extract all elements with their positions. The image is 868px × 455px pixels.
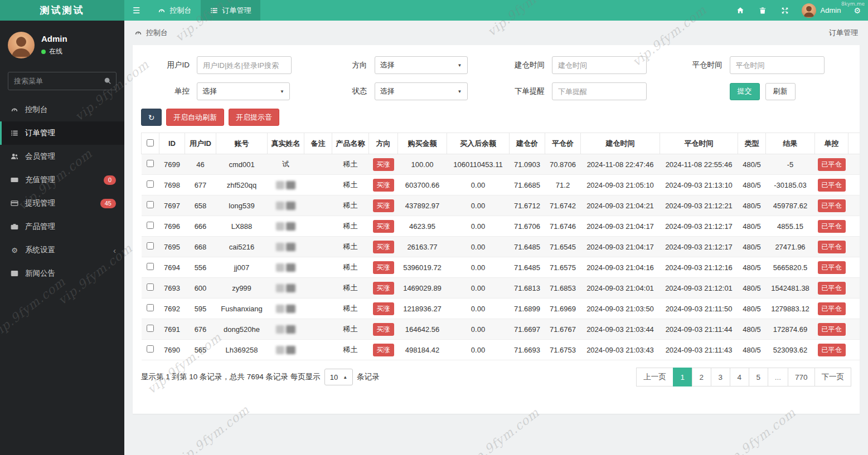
- cell-id: 7698: [159, 175, 185, 195]
- order-remind-input[interactable]: [552, 82, 647, 100]
- cell-action: ⊙关: [848, 278, 860, 299]
- topnav-console[interactable]: 控制台: [148, 0, 201, 21]
- cell-product: 稀土: [332, 195, 369, 216]
- withdraw-badge: 45: [100, 199, 116, 208]
- fullscreen-button[interactable]: [774, 0, 796, 21]
- cell-control: 已平仓: [815, 216, 848, 237]
- cell-open-price: 71.6813: [510, 278, 545, 299]
- sidebar-item-products[interactable]: 产品管理: [0, 215, 124, 238]
- sidebar-item-orders[interactable]: 订单管理: [0, 121, 124, 145]
- cell-direction: 买涨: [369, 319, 398, 340]
- sidebar-item-withdraw[interactable]: 提现管理 45: [0, 192, 124, 215]
- next-page-button[interactable]: 下一页: [814, 368, 852, 386]
- row-checkbox[interactable]: [147, 283, 154, 291]
- sidebar-item-members[interactable]: 会员管理: [0, 145, 124, 168]
- topbar: 测试测试 ☰ 控制台 订单管理 Admin ⚙: [0, 0, 868, 21]
- sidebar-item-console[interactable]: 控制台: [0, 98, 124, 121]
- row-checkbox[interactable]: [147, 304, 154, 311]
- page-size-select[interactable]: 10 ▲: [324, 369, 353, 385]
- cell-close-time: 2024-09-03 21:12:17: [660, 237, 738, 257]
- page-button[interactable]: 5: [749, 368, 768, 386]
- table-row: 7696666LX888稀土买涨4623.950.0071.670671.674…: [142, 216, 860, 237]
- avatar: [802, 3, 816, 18]
- row-checkbox[interactable]: [147, 160, 154, 167]
- breadcrumb: 控制台 订单管理: [133, 21, 860, 45]
- closed-badge: 已平仓: [818, 158, 846, 171]
- censored-name: [286, 284, 295, 292]
- page-button[interactable]: 1: [673, 368, 692, 386]
- row-select-cell: [142, 237, 159, 257]
- row-checkbox[interactable]: [147, 345, 154, 353]
- column-header: 平仓时间: [660, 133, 738, 154]
- row-checkbox[interactable]: [147, 263, 154, 270]
- topnav-orders[interactable]: 订单管理: [201, 0, 260, 21]
- table-row: 7697658long539稀土买涨437892.970.0071.671271…: [142, 195, 860, 216]
- gears-icon: ⚙: [854, 6, 861, 15]
- refresh-button[interactable]: 刷新: [765, 83, 796, 100]
- cell-open-price: 71.6485: [510, 257, 545, 278]
- direction-badge: 买涨: [373, 323, 394, 336]
- list-icon: [10, 129, 19, 137]
- home-button[interactable]: [729, 0, 751, 21]
- auto-refresh-button[interactable]: 开启自动刷新: [166, 109, 224, 126]
- submit-button[interactable]: 提交: [730, 83, 760, 100]
- sound-alert-button[interactable]: 开启提示音: [229, 109, 279, 126]
- cell-amount: 498184.42: [398, 340, 447, 360]
- cell-account: Lh369258: [216, 340, 268, 360]
- table-header-row: ID用户ID账号真实姓名备注产品名称方向购买金额买入后余额建仓价平仓价建仓时间平…: [142, 133, 860, 154]
- cell-action: ⊙关: [848, 237, 860, 257]
- open-time-input[interactable]: [552, 56, 647, 74]
- cell-id: 7697: [159, 195, 185, 216]
- direction-badge: 买涨: [373, 344, 394, 356]
- settings-button[interactable]: ⚙: [846, 0, 868, 21]
- row-checkbox[interactable]: [147, 222, 154, 229]
- cell-remark: [304, 154, 332, 175]
- refresh-icon: ↻: [148, 113, 155, 122]
- cell-user-id: 676: [185, 319, 216, 340]
- closed-badge: 已平仓: [818, 323, 846, 336]
- row-checkbox[interactable]: [147, 180, 154, 188]
- menu-search-input[interactable]: [8, 72, 117, 90]
- cell-close-price: 71.6969: [545, 299, 581, 319]
- sidebar-item-recharge[interactable]: 充值管理 0: [0, 168, 124, 192]
- status-select[interactable]: 选择 ▼: [375, 82, 468, 100]
- reload-table-button[interactable]: ↻: [141, 109, 162, 126]
- censored-name: [286, 305, 295, 313]
- direction-badge: 买涨: [373, 179, 394, 192]
- censored-name: [286, 346, 295, 354]
- cell-balance-after: 0.00: [447, 319, 510, 340]
- sidebar-item-settings[interactable]: ⚙ 系统设置 ‹: [0, 238, 124, 262]
- row-checkbox[interactable]: [147, 201, 154, 208]
- clear-cache-button[interactable]: [751, 0, 774, 21]
- close-time-input[interactable]: [730, 56, 825, 74]
- direction-select[interactable]: 选择 ▼: [375, 56, 468, 74]
- sidebar-item-news[interactable]: 新闻公告: [0, 262, 124, 285]
- cell-real-name: [268, 319, 304, 340]
- select-all-checkbox[interactable]: [147, 139, 154, 146]
- page-button[interactable]: 3: [711, 368, 730, 386]
- user-id-input[interactable]: [197, 56, 292, 74]
- single-control-select[interactable]: 选择 ▼: [197, 82, 290, 100]
- cell-direction: 买涨: [369, 154, 398, 175]
- orders-table-scroll[interactable]: ID用户ID账号真实姓名备注产品名称方向购买金额买入后余额建仓价平仓价建仓时间平…: [141, 133, 860, 360]
- page-button[interactable]: 4: [730, 368, 749, 386]
- cell-amount: 1469029.89: [398, 278, 447, 299]
- cell-product: 稀土: [332, 216, 369, 237]
- cell-open-price: 71.6899: [510, 299, 545, 319]
- row-checkbox[interactable]: [147, 242, 154, 249]
- closed-badge: 已平仓: [818, 282, 846, 295]
- row-checkbox[interactable]: [147, 325, 154, 332]
- cell-close-time: 2024-09-03 21:12:21: [660, 195, 738, 216]
- censored-name: [286, 202, 295, 210]
- sidebar-toggle-button[interactable]: ☰: [124, 0, 148, 21]
- prev-page-button[interactable]: 上一页: [636, 368, 673, 386]
- row-select-cell: [142, 216, 159, 237]
- cell-close-time: 2024-09-03 21:11:44: [660, 319, 738, 340]
- page-button[interactable]: 770: [788, 368, 815, 386]
- column-header: 备注: [304, 133, 332, 154]
- cell-id: 7695: [159, 237, 185, 257]
- page-button[interactable]: 2: [692, 368, 711, 386]
- cell-action: ⊙关: [848, 175, 860, 195]
- cell-direction: 买涨: [369, 299, 398, 319]
- user-menu[interactable]: Admin: [796, 3, 847, 18]
